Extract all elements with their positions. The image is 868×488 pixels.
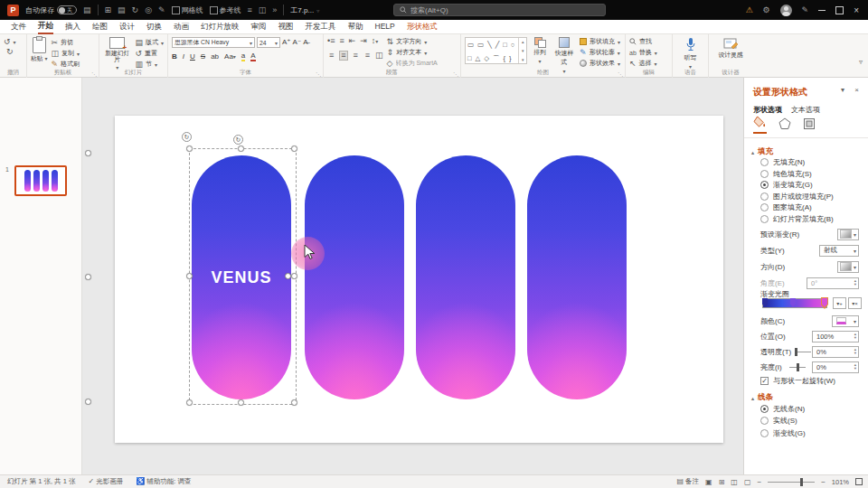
close-button[interactable]: × [854,5,859,15]
preset-gradient-dropdown[interactable]: ▾ [837,229,859,240]
copy-button[interactable]: ◫复制▾ [52,49,80,58]
tab-developer[interactable]: 开发工具 [306,20,336,33]
remove-gradient-stop-button[interactable]: ▾× [848,297,862,309]
radio-gradient-line[interactable]: 渐变线(G) [760,428,806,438]
select-button[interactable]: ↖选择▾ [629,59,657,68]
highlight-color-button[interactable]: a [241,52,245,61]
clear-formatting-button[interactable]: A̶ [303,39,307,46]
columns-button[interactable]: ◫ [375,52,383,60]
fit-to-window-icon[interactable] [855,478,863,485]
more-commands-icon[interactable]: » [272,6,277,14]
arrange-button[interactable]: 排列 ▾ [531,37,549,64]
tab-transitions[interactable]: 切换 [146,20,162,33]
change-case-button[interactable]: Aa▾ [224,53,236,61]
radio-solid-fill[interactable]: 纯色填充(S) [760,169,812,179]
image-icon[interactable]: ▤ [118,6,126,14]
bullets-button[interactable]: •≡ [327,37,335,45]
resize-handle-top-left[interactable] [186,145,193,152]
panel-tab-text-options[interactable]: 文本选项 [791,105,820,115]
direction-dropdown[interactable]: ▾ [837,261,859,273]
font-name-combobox[interactable]: 思源黑体 CN Heavy▾ [172,37,255,48]
grow-font-button[interactable]: A⁺ [282,39,291,46]
tab-animations[interactable]: 动画 [174,20,189,33]
format-painter-icon[interactable]: ✎ [158,6,165,14]
section-button[interactable]: ▥节▾ [135,60,164,69]
radio-gradient-fill[interactable]: 渐变填充(G) [760,180,813,190]
normal-view-button[interactable]: ▣ [705,478,712,486]
strikethrough-button[interactable]: S [201,53,205,61]
guides-checkbox[interactable]: 参考线 [210,5,241,15]
shape-outline-button[interactable]: ✎形状轮廓▾ [580,48,621,57]
italic-button[interactable]: I [183,53,184,61]
brightness-slider[interactable] [789,367,806,368]
radio-solid-line[interactable]: 实线(S) [760,416,797,426]
cut-button[interactable]: ✂剪切 [52,38,80,47]
edit-pencil-icon[interactable]: ✎ [802,6,809,14]
gradient-stops-bar[interactable] [762,298,827,308]
shape-circle-icon[interactable]: ◎ [145,6,152,14]
layout-button[interactable]: ▤版式▾ [135,38,164,47]
gallery-scrollbar[interactable]: ▴▾▾ [518,38,526,63]
app-icon[interactable]: P [7,5,19,16]
align-right-button[interactable]: ≡ [352,51,360,61]
find-button[interactable]: 查找 [629,37,657,46]
accessibility-status[interactable]: ♿ 辅助功能: 调查 [136,477,191,486]
document-title[interactable]: 工7.p...▿ [290,5,319,15]
radio-pattern-fill[interactable]: 图案填充(A) [760,202,812,212]
search-input[interactable]: 搜索(Alt+Q) [393,4,606,16]
paste-button[interactable]: 粘贴 ▾ [31,37,48,63]
dialog-launcher-icon[interactable]: ⋱ [453,70,458,77]
type-dropdown[interactable]: 射线▾ [819,245,859,257]
brightness-spinner[interactable]: 0%▴▾ [812,361,859,373]
shape-effects-button[interactable]: 形状效果▾ [580,59,621,68]
notes-button[interactable]: ▤ 备注 [676,477,699,486]
zoom-slider[interactable] [768,482,815,483]
gradient-stop-3-selected[interactable] [821,297,828,309]
dialog-launcher-icon[interactable]: ⋱ [91,70,97,77]
panel-close-icon[interactable]: × [854,86,859,94]
effects-tab[interactable] [778,117,791,132]
undo-icon[interactable]: ↺ [4,38,11,46]
tab-design[interactable]: 设计 [119,20,135,33]
reading-view-button[interactable]: ◫ [731,478,738,486]
rotate-with-shape-checkbox[interactable]: ✓ 与形状一起旋转(W) [760,376,835,386]
add-gradient-stop-button[interactable]: ▾+ [833,297,846,309]
align-left-button[interactable]: ≡ [327,51,335,61]
resize-handle-extra[interactable] [285,273,291,279]
zoom-in-button[interactable]: − [821,478,826,486]
avatar[interactable] [780,5,792,16]
shape-pill-3[interactable] [416,155,515,399]
radio-no-fill[interactable]: 无填充(N) [760,157,805,167]
outdent-button[interactable]: ⇤ [349,37,356,45]
shapes-gallery[interactable]: ▭▭ ╲╱ □○ □△ ◇⌒ {} ▴▾▾ [465,37,527,64]
resize-handle-bottom-left[interactable] [186,399,193,406]
shape-pill-4[interactable] [527,155,627,399]
resize-handle-top-middle[interactable] [238,145,244,152]
tab-insert[interactable]: 插入 [65,20,80,33]
rotate-handle-icon[interactable]: ↻ [233,135,243,145]
gradient-stop-2[interactable] [789,297,797,309]
slide-sorter-view-button[interactable]: ⊞ [719,478,725,486]
radio-no-line[interactable]: 无线条(N) [760,404,805,414]
theme-name[interactable]: ✓ 光影画册 [88,477,123,486]
autosave-toggle[interactable]: 自动保存 关 [25,5,77,15]
placeholder-handle-bottom-left[interactable] [85,399,91,405]
zoom-out-button[interactable]: − [757,478,761,486]
align-objects-icon[interactable]: ≡ [248,6,252,14]
collapse-ribbon-button[interactable]: ▿ [859,58,863,66]
radio-background-fill[interactable]: 幻灯片背景填充(B) [760,214,834,224]
dictate-button[interactable]: 听写 ▾ [684,37,697,70]
tab-shape-format[interactable]: 形状格式 [407,20,438,33]
font-size-combobox[interactable]: 24▾ [257,37,280,48]
panel-menu-icon[interactable]: ▾ [841,86,844,94]
tab-view[interactable]: 视图 [278,20,294,33]
placeholder-handle-middle-left[interactable] [85,274,91,280]
convert-smartart-button[interactable]: ◇转换为 SmartArt [387,59,441,68]
format-painter-button[interactable]: ✎格式刷 [52,60,80,69]
redo-icon[interactable]: ↻ [6,48,14,56]
minimize-button[interactable] [818,10,826,11]
text-direction-button[interactable]: ⇅文字方向▾ [387,37,441,46]
design-ideas-button[interactable]: 设计灵感 [718,37,742,60]
settings-icon[interactable]: ⚙ [763,6,770,14]
underline-button[interactable]: U [190,53,195,61]
